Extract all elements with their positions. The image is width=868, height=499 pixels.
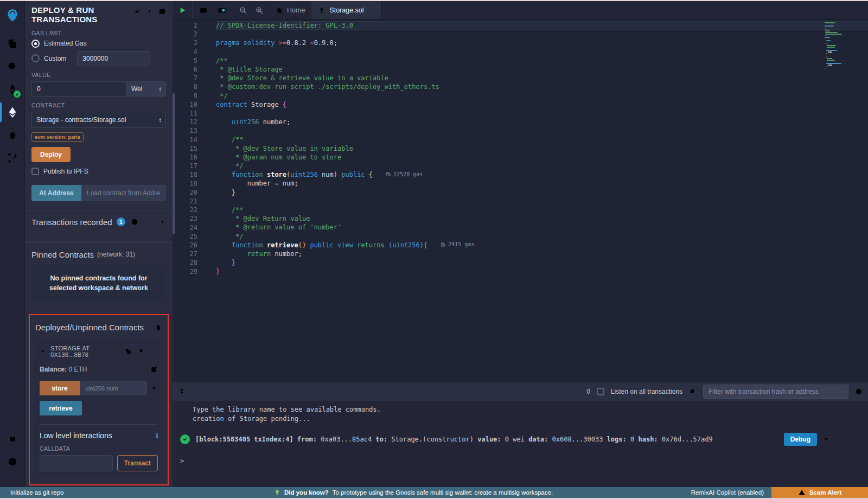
- terminal[interactable]: Type the library name to see available c…: [173, 401, 868, 487]
- stepper-icon: ▴▾: [159, 86, 161, 92]
- sidebar-item-deploy-run[interactable]: [0, 101, 24, 124]
- zoom-out-icon[interactable]: [239, 6, 247, 15]
- value-unit-select[interactable]: Wei ▴▾: [127, 81, 166, 97]
- transact-button[interactable]: Transact: [117, 455, 158, 471]
- compile-success-badge: [14, 91, 21, 98]
- store-arg-input[interactable]: [80, 381, 147, 395]
- pin-contract-icon[interactable]: [137, 348, 145, 355]
- run-script-icon[interactable]: [178, 6, 187, 15]
- no-pinned-contracts-message: No pinned contracts found for selected w…: [31, 266, 166, 302]
- custom-gas-radio[interactable]: [31, 54, 40, 62]
- tab-home[interactable]: Home: [269, 1, 311, 19]
- pinned-network-label: (network: 31): [97, 251, 135, 258]
- transactions-count-badge: 1: [117, 217, 125, 226]
- code-content[interactable]: // SPDX-License-Identifier: GPL-3.0 prag…: [210, 20, 868, 382]
- deploy-button[interactable]: Deploy: [31, 147, 71, 162]
- search-icon[interactable]: [689, 388, 697, 395]
- chevron-right-icon[interactable]: [159, 219, 166, 225]
- gas-limit-label: GAS LIMIT: [31, 30, 166, 36]
- panel-scrollbar-thumb[interactable]: [173, 93, 175, 234]
- minimap[interactable]: [825, 22, 860, 69]
- terminal-prompt[interactable]: >: [180, 457, 868, 466]
- scam-alert-button[interactable]: Scam Alert: [771, 487, 868, 498]
- deploy-run-panel: DEPLOY & RUN TRANSACTIONS GAS LIMIT Esti…: [25, 1, 173, 487]
- copy-address-icon[interactable]: [124, 348, 132, 355]
- editor-toolbar: Home Storage.sol: [173, 1, 868, 20]
- icon-rail: [0, 1, 25, 487]
- warning-icon: [798, 489, 806, 496]
- deployed-contract-name: STORAGE AT 0X136...8B78: [50, 345, 120, 358]
- retrieve-function-button[interactable]: retrieve: [40, 401, 82, 415]
- home-icon: [276, 7, 283, 14]
- page-title: DEPLOY & RUN TRANSACTIONS: [31, 5, 113, 24]
- line-number-gutter: 1234567891011121314151617181920212223242…: [173, 20, 210, 382]
- tab-storage-sol[interactable]: Storage.sol: [311, 1, 381, 19]
- calldata-label: CALLDATA: [40, 445, 158, 452]
- terminal-toolbar: 0 Listen on all transactions: [173, 382, 868, 401]
- pending-tx-count: 0: [586, 388, 590, 395]
- estimated-gas-option[interactable]: Estimated Gas: [31, 40, 166, 48]
- remix-ide-window: DEPLOY & RUN TRANSACTIONS GAS LIMIT Esti…: [0, 0, 868, 499]
- transactions-recorded-label: Transactions recorded: [31, 217, 112, 227]
- custom-gas-input[interactable]: [77, 51, 150, 66]
- deployed-contracts-title: Deployed/Unpinned Contracts: [35, 323, 144, 332]
- deployed-contract-card: STORAGE AT 0X136...8B78 Balance: 0 ETH: [34, 340, 163, 477]
- collapse-terminal-icon[interactable]: [178, 388, 186, 395]
- panel-chevron-right-icon[interactable]: [146, 8, 153, 15]
- listen-all-label: Listen on all transactions: [611, 388, 682, 395]
- close-icon[interactable]: [150, 348, 158, 355]
- value-input[interactable]: [31, 81, 127, 97]
- terminal-line: Type the library name to see available c…: [193, 405, 868, 414]
- ai-copilot-robot-icon[interactable]: [198, 5, 209, 16]
- tip-text: To prototype using the Gnosis safe multi…: [333, 489, 553, 496]
- sidebar-item-file-explorer[interactable]: [0, 33, 24, 55]
- solidity-file-icon: [318, 7, 326, 14]
- git-init-status[interactable]: Initialize as git repo: [10, 489, 63, 496]
- edit-icon[interactable]: [150, 366, 158, 373]
- publish-ipfs-checkbox[interactable]: [31, 168, 39, 175]
- trash-icon[interactable]: [155, 324, 162, 331]
- sidebar-item-solidity-compiler[interactable]: [0, 78, 24, 101]
- sidebar-item-search[interactable]: [0, 55, 24, 78]
- info-icon[interactable]: [131, 218, 138, 226]
- sidebar-item-debugger[interactable]: [0, 124, 24, 146]
- sidebar-item-git[interactable]: [0, 146, 24, 169]
- gas-pump-icon: [441, 242, 446, 247]
- at-address-input[interactable]: [81, 185, 166, 201]
- copilot-status[interactable]: RemixAI Copilot (enabled): [691, 489, 764, 496]
- calldata-input[interactable]: [40, 455, 113, 471]
- store-function-button[interactable]: store: [40, 381, 80, 395]
- gas-pump-icon: [386, 171, 391, 177]
- sidebar-item-settings[interactable]: [0, 450, 24, 473]
- pin-panel-icon[interactable]: [158, 8, 166, 15]
- contract-label: CONTRACT: [31, 102, 166, 108]
- did-you-know-label: Did you know?: [284, 489, 329, 496]
- sidebar-item-plugin-manager[interactable]: [0, 427, 24, 450]
- remix-logo-icon[interactable]: [0, 4, 24, 26]
- copilot-toggle-icon[interactable]: [216, 5, 227, 16]
- terminal-line: creation of Storage pending...: [193, 414, 868, 424]
- low-level-title: Low level interactions: [40, 431, 112, 440]
- code-editor[interactable]: 1234567891011121314151617181920212223242…: [173, 20, 868, 382]
- at-address-button[interactable]: At Address: [31, 185, 81, 201]
- custom-gas-option[interactable]: Custom: [31, 54, 66, 62]
- estimated-gas-radio[interactable]: [31, 40, 40, 48]
- zoom-in-icon[interactable]: [255, 6, 264, 15]
- panel-check-icon: [133, 8, 141, 15]
- balance-value: 0 ETH: [68, 366, 87, 373]
- expand-tx-icon[interactable]: [822, 436, 830, 443]
- value-label: VALUE: [31, 72, 166, 78]
- close-tab-icon[interactable]: [368, 7, 374, 14]
- transaction-log-row[interactable]: [block:5583405 txIndex:4] from: 0xa03...…: [180, 433, 868, 446]
- debug-button[interactable]: Debug: [784, 433, 817, 446]
- info-icon[interactable]: i: [156, 432, 158, 440]
- bulb-icon: [274, 489, 280, 496]
- clear-console-icon[interactable]: [855, 388, 863, 395]
- chevron-down-icon[interactable]: [40, 348, 46, 355]
- expand-args-icon[interactable]: [150, 385, 158, 392]
- listen-all-checkbox[interactable]: [597, 388, 604, 395]
- publish-ipfs-option[interactable]: Publish to IPFS: [31, 168, 166, 175]
- terminal-filter-input[interactable]: [703, 385, 848, 399]
- balance-label: Balance:: [40, 366, 67, 373]
- contract-select[interactable]: Storage - contracts/Storage.sol ▴▾: [31, 112, 166, 128]
